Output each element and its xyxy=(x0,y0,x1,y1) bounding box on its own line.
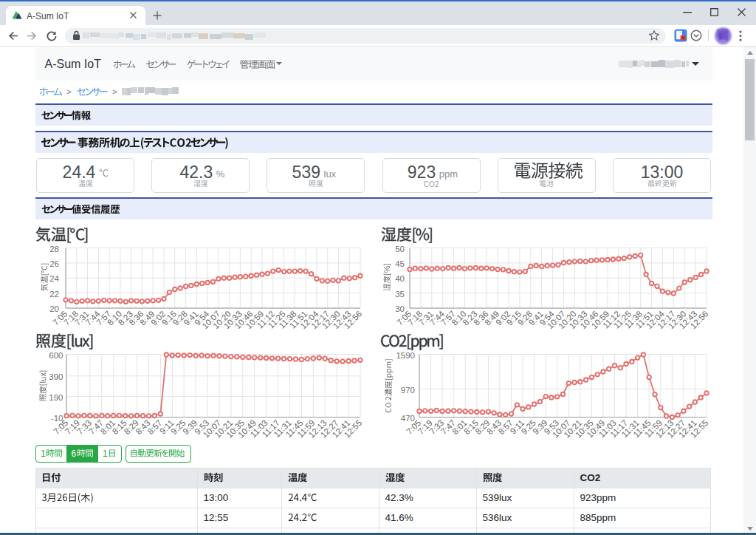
svg-text:24: 24 xyxy=(49,274,59,283)
svg-text:50: 50 xyxy=(395,245,405,253)
svg-text:28: 28 xyxy=(49,245,59,253)
svg-text:970: 970 xyxy=(401,386,415,395)
svg-text:45: 45 xyxy=(395,259,405,268)
svg-text:190: 190 xyxy=(49,393,63,402)
svg-text:26: 26 xyxy=(49,259,59,268)
svg-text:600: 600 xyxy=(49,351,63,360)
svg-text:390: 390 xyxy=(49,372,63,381)
svg-text:22: 22 xyxy=(49,290,59,299)
svg-text:40: 40 xyxy=(395,274,405,283)
svg-text:20: 20 xyxy=(49,304,59,313)
svg-text:1590: 1590 xyxy=(396,351,415,360)
svg-text:35: 35 xyxy=(395,290,405,299)
